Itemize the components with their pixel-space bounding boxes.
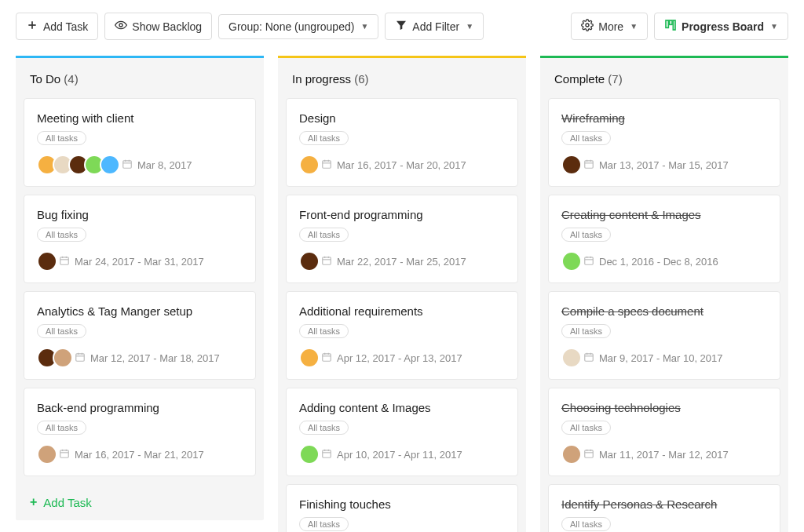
avatar[interactable] — [299, 251, 320, 271]
task-title: Design — [299, 111, 505, 125]
task-tag[interactable]: All tasks — [561, 228, 611, 242]
svg-point-2 — [119, 24, 122, 27]
svg-rect-43 — [585, 160, 594, 167]
task-card[interactable]: Bug fixingAll tasksMar 24, 2017 - Mar 31… — [24, 195, 256, 283]
column-header[interactable]: In progress (6) — [278, 58, 526, 98]
avatar[interactable] — [100, 155, 120, 175]
task-date-text: Mar 22, 2017 - Mar 25, 2017 — [337, 256, 466, 268]
add-task-label: Add Task — [43, 20, 88, 33]
task-meta: Mar 22, 2017 - Mar 25, 2017 — [299, 251, 505, 271]
task-tag[interactable]: All tasks — [37, 131, 86, 145]
task-meta: Mar 16, 2017 - Mar 20, 2017 — [299, 155, 505, 175]
avatar[interactable] — [561, 348, 582, 368]
avatar-stack[interactable] — [561, 444, 577, 465]
task-tag[interactable]: All tasks — [299, 324, 349, 338]
add-task-button[interactable]: Add Task — [16, 13, 98, 40]
task-card[interactable]: Compile a specs documentAll tasksMar 9, … — [548, 291, 780, 380]
task-tag[interactable]: All tasks — [37, 324, 86, 338]
cards-container: Meeting with clientAll tasksMar 8, 2017B… — [16, 98, 264, 484]
task-title: Additional requirements — [299, 304, 505, 318]
avatar[interactable] — [299, 444, 320, 465]
avatar[interactable] — [53, 348, 73, 368]
avatar-stack[interactable] — [37, 348, 68, 368]
avatar[interactable] — [561, 155, 582, 175]
task-tag[interactable]: All tasks — [299, 228, 349, 242]
calendar-icon — [321, 255, 332, 268]
task-date: Mar 11, 2017 - Mar 12, 2017 — [583, 448, 729, 461]
task-date: Mar 12, 2017 - Mar 18, 2017 — [75, 352, 220, 365]
column-title: In progress — [292, 72, 351, 86]
task-meta: Mar 9, 2017 - Mar 10, 2017 — [561, 348, 767, 368]
task-card[interactable]: Meeting with clientAll tasksMar 8, 2017 — [24, 98, 256, 187]
gear-icon — [581, 19, 594, 34]
column-count: (6) — [351, 72, 369, 86]
task-card[interactable]: Choosing technologiesAll tasksMar 11, 20… — [548, 388, 780, 476]
avatar-stack[interactable] — [299, 155, 315, 175]
add-filter-button[interactable]: Add Filter ▼ — [385, 13, 484, 40]
plus-icon: + — [30, 495, 37, 509]
progress-board-button[interactable]: Progress Board ▼ — [654, 13, 788, 40]
task-tag[interactable]: All tasks — [299, 131, 349, 145]
task-tag[interactable]: All tasks — [561, 131, 611, 145]
task-card[interactable]: Creating content & ImagesAll tasksDec 1,… — [548, 195, 780, 283]
task-card[interactable]: DesignAll tasksMar 16, 2017 - Mar 20, 20… — [286, 98, 518, 187]
svg-rect-19 — [60, 450, 69, 457]
task-tag[interactable]: All tasks — [299, 421, 349, 435]
column-count: (4) — [60, 72, 79, 86]
avatar-stack[interactable] — [561, 251, 577, 271]
task-date: Mar 24, 2017 - Mar 31, 2017 — [59, 255, 204, 268]
more-button[interactable]: More ▼ — [571, 13, 648, 40]
avatar[interactable] — [37, 251, 57, 271]
svg-rect-55 — [585, 450, 594, 457]
avatar-stack[interactable] — [299, 444, 315, 465]
show-backlog-button[interactable]: Show Backlog — [104, 13, 212, 40]
task-tag[interactable]: All tasks — [37, 421, 86, 435]
avatar-stack[interactable] — [561, 155, 577, 175]
task-tag[interactable]: All tasks — [299, 517, 349, 531]
kanban-column: Complete (7)WireframingAll tasksMar 13, … — [540, 56, 788, 532]
task-card[interactable]: WireframingAll tasksMar 13, 2017 - Mar 1… — [548, 98, 780, 187]
avatar[interactable] — [299, 155, 320, 175]
column-header[interactable]: To Do (4) — [16, 58, 264, 98]
group-button[interactable]: Group: None (ungrouped) ▼ — [218, 14, 378, 39]
task-tag[interactable]: All tasks — [561, 421, 611, 435]
task-card[interactable]: Additional requirementsAll tasksApr 12, … — [286, 291, 518, 380]
task-card[interactable]: Front-end programmingAll tasksMar 22, 20… — [286, 195, 518, 283]
avatar-stack[interactable] — [37, 444, 53, 465]
task-tag[interactable]: All tasks — [561, 517, 611, 531]
avatar[interactable] — [561, 251, 582, 271]
avatar[interactable] — [37, 444, 57, 465]
task-title: Creating content & Images — [561, 208, 767, 221]
group-label: Group: None (ungrouped) — [228, 20, 354, 33]
task-date: Mar 22, 2017 - Mar 25, 2017 — [321, 255, 466, 268]
plus-icon — [26, 19, 38, 34]
task-tag[interactable]: All tasks — [561, 324, 611, 338]
avatar-stack[interactable] — [299, 251, 315, 271]
task-card[interactable]: Analytics & Tag Manger setupAll tasksMar… — [24, 291, 256, 380]
avatar[interactable] — [561, 444, 582, 465]
task-meta: Apr 10, 2017 - Apr 11, 2017 — [299, 444, 505, 465]
avatar-stack[interactable] — [299, 348, 315, 368]
avatar-stack[interactable] — [37, 155, 115, 175]
task-title: Front-end programming — [299, 208, 505, 221]
task-date: Mar 16, 2017 - Mar 21, 2017 — [59, 448, 204, 461]
task-card[interactable]: Finishing touchesAll tasksApr 14, 2017 -… — [286, 484, 518, 532]
task-card[interactable]: Adding content & ImagesAll tasksApr 10, … — [286, 388, 518, 476]
task-card[interactable]: Identify Personas & ResearchAll tasksNov… — [548, 484, 780, 532]
task-meta: Dec 1, 2016 - Dec 8, 2016 — [561, 251, 767, 271]
column-add-task[interactable]: +Add Task — [16, 484, 106, 520]
svg-rect-31 — [323, 353, 331, 360]
svg-rect-15 — [76, 353, 85, 360]
svg-rect-51 — [585, 353, 594, 360]
task-tag[interactable]: All tasks — [37, 228, 86, 242]
chevron-down-icon: ▼ — [360, 22, 368, 31]
task-card[interactable]: Back-end programmingAll tasksMar 16, 201… — [24, 388, 256, 476]
svg-point-3 — [586, 24, 589, 27]
svg-rect-47 — [585, 257, 594, 264]
column-header[interactable]: Complete (7) — [540, 58, 788, 98]
calendar-icon — [583, 255, 594, 268]
avatar-stack[interactable] — [561, 348, 577, 368]
avatar-stack[interactable] — [37, 251, 53, 271]
board-icon — [664, 19, 677, 34]
avatar[interactable] — [299, 348, 320, 368]
